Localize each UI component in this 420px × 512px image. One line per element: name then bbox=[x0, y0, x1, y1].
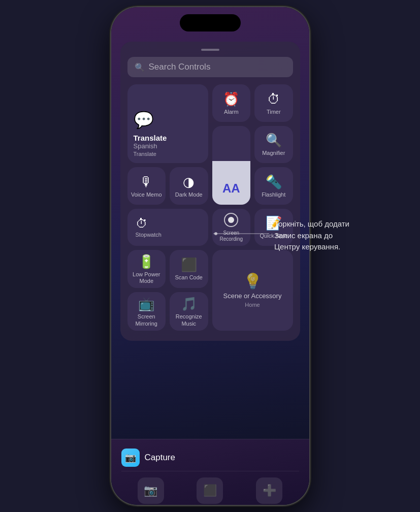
voice-memo-button[interactable]: 🎙 Voice Memo bbox=[127, 167, 166, 205]
drag-handle bbox=[201, 49, 219, 51]
text-size-button[interactable]: AA bbox=[212, 126, 251, 205]
alarm-button[interactable]: ⏰ Alarm bbox=[212, 84, 251, 122]
scene-home-button[interactable]: 💡 Scene or Accessory Home bbox=[212, 250, 293, 331]
translate-subtitle: Spanish bbox=[134, 142, 167, 150]
translate-label: Translate bbox=[134, 151, 156, 157]
screen-mirroring-icon: 📺 bbox=[138, 296, 154, 312]
bottom-icon-add[interactable]: ➕ bbox=[256, 477, 282, 504]
translate-icon: 💬 bbox=[134, 110, 154, 130]
low-power-icon: 🔋 bbox=[138, 254, 154, 270]
phone-frame: 🔍 Search Controls 💬 Translate Spanish Tr… bbox=[111, 7, 309, 505]
voice-memo-icon: 🎙 bbox=[140, 174, 153, 190]
flashlight-icon: 🔦 bbox=[266, 174, 282, 190]
screen-recording-button[interactable]: Screen Recording bbox=[212, 209, 251, 246]
bottom-icons-row: 📷 ⬛ ➕ bbox=[121, 477, 299, 504]
alarm-icon: ⏰ bbox=[223, 91, 239, 107]
translate-title: Translate bbox=[134, 134, 167, 142]
low-power-label: Low Power Mode bbox=[130, 271, 164, 285]
screen-content: 🔍 Search Controls 💬 Translate Spanish Tr… bbox=[111, 7, 309, 505]
scan-code-icon: ⬛ bbox=[181, 257, 197, 273]
stopwatch-label: Stopwatch bbox=[136, 232, 161, 238]
capture-row[interactable]: 📷 Capture bbox=[121, 444, 299, 471]
recognize-music-label: Recognize Music bbox=[172, 313, 206, 328]
scene-sublabel: Home bbox=[245, 302, 260, 308]
bottom-icon-scan[interactable]: ⬛ bbox=[197, 477, 223, 504]
screen-mirroring-button[interactable]: 📺 Screen Mirroring bbox=[127, 292, 166, 331]
bottom-icon-camera[interactable]: 📷 bbox=[138, 477, 164, 504]
magnifier-button[interactable]: 🔍 Magnifier bbox=[254, 126, 293, 164]
timer-button[interactable]: ⏱ Timer bbox=[254, 84, 293, 122]
stopwatch-icon: ⏱ bbox=[136, 216, 148, 231]
recognize-music-icon: 🎵 bbox=[181, 296, 197, 312]
search-bar[interactable]: 🔍 Search Controls bbox=[127, 57, 293, 77]
screen-rec-circle bbox=[224, 213, 238, 227]
screen-recording-label: Screen Recording bbox=[214, 230, 249, 243]
quick-note-label: Quick Note bbox=[260, 233, 287, 240]
quick-note-button[interactable]: 📝 Quick Note bbox=[254, 209, 293, 246]
quick-note-icon: 📝 bbox=[266, 215, 282, 231]
flashlight-label: Flashlight bbox=[262, 191, 285, 199]
textsize-icon: AA bbox=[212, 181, 251, 196]
controls-grid: 💬 Translate Spanish Translate ⏰ Alarm ⏱ … bbox=[127, 84, 293, 331]
screen-rec-dot bbox=[228, 217, 234, 223]
dark-mode-label: Dark Mode bbox=[175, 191, 203, 199]
low-power-button[interactable]: 🔋 Low Power Mode bbox=[127, 250, 166, 289]
translate-button[interactable]: 💬 Translate Spanish Translate bbox=[127, 84, 208, 163]
timer-label: Timer bbox=[267, 109, 281, 116]
capture-icon: 📷 bbox=[121, 449, 140, 467]
capture-label: Capture bbox=[145, 453, 175, 463]
voice-memo-label: Voice Memo bbox=[131, 191, 162, 199]
dark-mode-button[interactable]: ◑ Dark Mode bbox=[170, 167, 208, 205]
scene-label: Scene or Accessory bbox=[223, 292, 282, 300]
timer-icon: ⏱ bbox=[267, 91, 280, 107]
control-panel: 🔍 Search Controls 💬 Translate Spanish Tr… bbox=[120, 42, 300, 341]
dark-mode-icon: ◑ bbox=[183, 174, 195, 190]
bottom-bar: 📷 Capture 📷 ⬛ ➕ bbox=[111, 439, 309, 505]
stopwatch-button[interactable]: ⏱ Stopwatch bbox=[127, 209, 208, 246]
search-placeholder: Search Controls bbox=[149, 62, 211, 72]
magnifier-icon: 🔍 bbox=[266, 133, 282, 148]
scan-code-label: Scan Code bbox=[175, 274, 203, 281]
search-icon: 🔍 bbox=[135, 62, 145, 72]
flashlight-button[interactable]: 🔦 Flashlight bbox=[254, 167, 293, 205]
recognize-music-button[interactable]: 🎵 Recognize Music bbox=[170, 292, 208, 331]
screen-mirroring-label: Screen Mirroring bbox=[130, 313, 164, 328]
alarm-label: Alarm bbox=[224, 109, 239, 116]
dynamic-island bbox=[180, 14, 241, 31]
scene-icon: 💡 bbox=[243, 272, 262, 290]
scan-code-button[interactable]: ⬛ Scan Code bbox=[170, 250, 208, 289]
magnifier-label: Magnifier bbox=[262, 150, 285, 157]
